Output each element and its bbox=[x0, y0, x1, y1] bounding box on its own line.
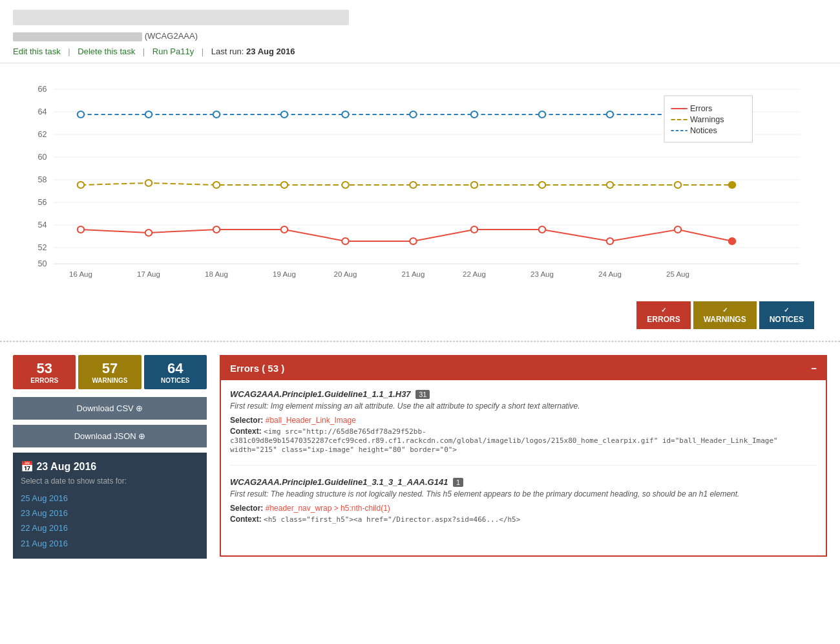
last-run-prefix: Last run: bbox=[211, 47, 244, 56]
svg-text:22 Aug: 22 Aug bbox=[463, 270, 486, 278]
svg-text:50: 50 bbox=[37, 259, 47, 268]
svg-point-43 bbox=[281, 226, 288, 233]
errors-panel: Errors ( 53 ) − WCAG2AAA.Principle1.Guid… bbox=[220, 355, 827, 557]
svg-text:66: 66 bbox=[37, 85, 47, 94]
date-link-0[interactable]: 25 Aug 2016 bbox=[21, 491, 199, 506]
date-link-1[interactable]: 23 Aug 2016 bbox=[21, 506, 199, 521]
svg-text:17 Aug: 17 Aug bbox=[137, 270, 160, 278]
svg-text:56: 56 bbox=[37, 198, 47, 207]
stat-badges: 53 ERRORS 57 WARNINGS 64 NOTICES bbox=[13, 355, 207, 389]
svg-text:Errors: Errors bbox=[690, 104, 712, 113]
warnings-stat-label: WARNINGS bbox=[83, 377, 136, 384]
notices-filter-label: NOTICES bbox=[770, 315, 804, 324]
download-json-button[interactable]: Download JSON ⊕ bbox=[13, 425, 207, 447]
svg-point-45 bbox=[410, 238, 417, 244]
errors-filter-label: ERRORS bbox=[647, 315, 680, 324]
chart-section: 66 64 62 60 58 56 54 52 50 bbox=[0, 63, 840, 341]
filter-warnings-button[interactable]: ✓ WARNINGS bbox=[693, 301, 757, 329]
svg-point-29 bbox=[78, 182, 85, 188]
svg-text:64: 64 bbox=[37, 107, 47, 116]
minimize-icon[interactable]: − bbox=[811, 363, 817, 374]
svg-text:58: 58 bbox=[37, 175, 47, 184]
download-csv-button[interactable]: Download CSV ⊕ bbox=[13, 397, 207, 420]
svg-point-50 bbox=[729, 238, 736, 244]
sidebar: 53 ERRORS 57 WARNINGS 64 NOTICES Downloa… bbox=[13, 355, 207, 559]
blurred-task-name bbox=[13, 32, 142, 41]
svg-point-32 bbox=[281, 182, 288, 188]
svg-text:18 Aug: 18 Aug bbox=[205, 270, 228, 278]
selector-value[interactable]: #header_nav_wrap > h5:nth-child(1) bbox=[266, 504, 390, 513]
date-link-2[interactable]: 22 Aug 2016 bbox=[21, 521, 199, 535]
warnings-checkmark: ✓ bbox=[722, 306, 728, 314]
line-chart: 66 64 62 60 58 56 54 52 50 bbox=[13, 76, 827, 283]
svg-point-38 bbox=[675, 182, 682, 188]
filter-notices-button[interactable]: ✓ NOTICES bbox=[759, 301, 814, 329]
error-count-badge: 1 bbox=[453, 478, 463, 487]
error-context-line: Context: <img src="http://65d8e765df78a2… bbox=[230, 427, 817, 454]
svg-text:20 Aug: 20 Aug bbox=[334, 270, 357, 278]
svg-point-22 bbox=[342, 111, 349, 118]
svg-point-20 bbox=[213, 111, 220, 118]
svg-point-37 bbox=[607, 182, 614, 188]
date-link-3[interactable]: 21 Aug 2016 bbox=[21, 536, 199, 551]
date-selector: 📅 23 Aug 2016 Select a date to show stat… bbox=[13, 453, 207, 559]
svg-point-48 bbox=[607, 238, 614, 244]
svg-point-23 bbox=[410, 111, 417, 118]
svg-point-44 bbox=[342, 238, 349, 244]
warnings-stat-badge: 57 WARNINGS bbox=[78, 355, 141, 389]
last-run: Last run: 23 Aug 2016 bbox=[211, 47, 295, 56]
results-section: Errors ( 53 ) − WCAG2AAA.Principle1.Guid… bbox=[220, 355, 827, 559]
notices-stat-badge: 64 NOTICES bbox=[144, 355, 207, 389]
svg-text:62: 62 bbox=[37, 130, 47, 139]
svg-point-26 bbox=[607, 111, 614, 118]
run-pa11y-link[interactable]: Run Pa11y bbox=[152, 47, 194, 56]
cal-icon: 📅 bbox=[21, 461, 34, 472]
svg-text:21 Aug: 21 Aug bbox=[402, 270, 425, 278]
error-code-line: WCAG2AAA.Principle1.Guideline1_1.1_1.H37… bbox=[230, 389, 817, 399]
errors-panel-body: WCAG2AAA.Principle1.Guideline1_1.1_1.H37… bbox=[221, 380, 826, 555]
svg-point-24 bbox=[471, 111, 478, 118]
edit-task-link[interactable]: Edit this task bbox=[13, 47, 61, 56]
errors-checkmark: ✓ bbox=[661, 306, 666, 314]
filter-errors-button[interactable]: ✓ ERRORS bbox=[636, 301, 690, 329]
error-item: WCAG2AAA.Principle1.Guideline1_1.1_1.H37… bbox=[230, 389, 817, 466]
sep3: | bbox=[202, 47, 204, 56]
svg-text:54: 54 bbox=[37, 220, 47, 230]
svg-point-47 bbox=[539, 226, 546, 233]
main-section: 53 ERRORS 57 WARNINGS 64 NOTICES Downloa… bbox=[0, 341, 840, 572]
svg-text:Warnings: Warnings bbox=[690, 115, 724, 124]
context-value: <img src="http://65d8e765df78a29f52bb-c3… bbox=[230, 427, 778, 454]
wcag-level: (WCAG2AAA) bbox=[145, 31, 198, 41]
svg-text:24 Aug: 24 Aug bbox=[598, 270, 622, 278]
warnings-count: 57 bbox=[83, 360, 136, 377]
svg-point-19 bbox=[145, 111, 152, 118]
task-info: (WCAG2AAA) bbox=[13, 31, 827, 41]
svg-point-25 bbox=[539, 111, 546, 118]
context-label: Context: bbox=[230, 515, 262, 524]
svg-point-21 bbox=[281, 111, 288, 118]
delete-task-link[interactable]: Delete this task bbox=[78, 47, 135, 56]
errors-panel-title: Errors ( 53 ) bbox=[230, 363, 284, 374]
svg-point-41 bbox=[145, 230, 152, 236]
error-code: WCAG2AAA.Principle1.Guideline1_3.1_3_1_A… bbox=[230, 477, 448, 487]
notices-stat-label: NOTICES bbox=[149, 377, 202, 384]
svg-point-46 bbox=[471, 226, 478, 233]
date-prompt: Select a date to show stats for: bbox=[21, 477, 199, 486]
svg-point-39 bbox=[729, 182, 736, 188]
svg-text:16 Aug: 16 Aug bbox=[69, 270, 92, 278]
errors-count: 53 bbox=[18, 360, 70, 377]
svg-text:Notices: Notices bbox=[690, 126, 717, 135]
selector-value[interactable]: #ball_Header_Link_Image bbox=[266, 416, 356, 425]
svg-text:60: 60 bbox=[37, 153, 47, 162]
error-code: WCAG2AAA.Principle1.Guideline1_1.1_1.H37 bbox=[230, 389, 411, 399]
error-context-line: Context: <h5 class="first_h5"><a href="/… bbox=[230, 515, 817, 524]
sep2: | bbox=[143, 47, 145, 56]
context-label: Context: bbox=[230, 427, 262, 436]
svg-point-30 bbox=[145, 180, 152, 186]
errors-stat-label: ERRORS bbox=[18, 377, 70, 384]
error-description: First result: The heading structure is n… bbox=[230, 489, 817, 499]
date-title-text: 23 Aug 2016 bbox=[36, 461, 96, 472]
notices-checkmark: ✓ bbox=[784, 306, 789, 314]
svg-text:52: 52 bbox=[37, 243, 47, 252]
filter-buttons: ✓ ERRORS ✓ WARNINGS ✓ NOTICES bbox=[13, 296, 827, 334]
